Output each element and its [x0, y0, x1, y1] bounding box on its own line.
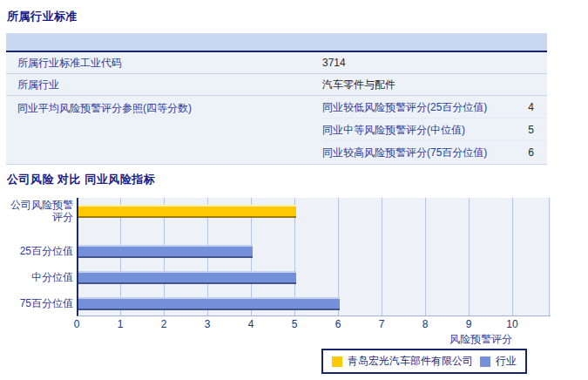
x-axis-tick: 7 — [379, 318, 385, 330]
x-axis-tick: 9 — [466, 318, 472, 330]
bar-industry-3 — [78, 297, 340, 310]
row-value: 汽车零件与配件 — [322, 74, 547, 95]
gridline — [549, 198, 550, 316]
company-color-swatch-icon — [332, 356, 342, 367]
subrow-value: 5 — [512, 119, 547, 140]
subrow-value: 6 — [512, 141, 547, 164]
x-axis-tick: 8 — [422, 318, 429, 330]
subrow-label: 同业较低风险预警评分(25百分位值) — [322, 96, 512, 118]
report-page: 所属行业标准 所属行业标准工业代码 3714 所属行业 汽车零件与配件 同业平均… — [0, 0, 588, 380]
table-row-peer-scores: 同业平均风险预警评分参照(四等分数) 同业较低风险预警评分(25百分位值) 4 … — [6, 96, 547, 165]
y-axis-label: 公司风险预警评分 — [5, 199, 73, 223]
gridline — [469, 198, 470, 316]
table-header-row — [6, 33, 547, 52]
subrow-value: 4 — [512, 96, 547, 118]
bar-industry-2 — [78, 271, 296, 284]
gridline — [425, 198, 426, 316]
table-row-sic-code: 所属行业标准工业代码 3714 — [6, 52, 547, 74]
peer-score-subtable: 同业较低风险预警评分(25百分位值) 4 同业中等风险预警评分(中位值) 5 同… — [322, 96, 547, 164]
subrow-label: 同业较高风险预警评分(75百分位值) — [322, 141, 512, 164]
subrow-median: 同业中等风险预警评分(中位值) 5 — [322, 119, 547, 141]
x-axis-tick: 5 — [292, 318, 298, 330]
x-axis-tick: 4 — [248, 318, 254, 330]
row-label: 所属行业 — [6, 74, 322, 95]
x-axis-title: 风险预警评分 — [399, 332, 512, 347]
chart-plot-area — [77, 198, 551, 316]
x-axis-tick: 10 — [506, 318, 517, 330]
industry-standards-table: 所属行业标准工业代码 3714 所属行业 汽车零件与配件 同业平均风险预警评分参… — [6, 33, 547, 165]
gridline — [512, 198, 513, 316]
y-axis-label: 中分位值 — [5, 271, 73, 283]
chart-legend: 青岛宏光汽车部件有限公司 行业 — [321, 349, 527, 374]
section-title-risk-comparison: 公司风险 对比 同业风险指标 — [7, 172, 155, 187]
bar-industry-1 — [78, 245, 253, 258]
x-axis-tick: 1 — [118, 318, 124, 330]
gridline — [382, 198, 382, 316]
bar-company — [78, 205, 296, 218]
subrow-25th-percentile: 同业较低风险预警评分(25百分位值) 4 — [322, 96, 547, 119]
subrow-75th-percentile: 同业较高风险预警评分(75百分位值) 6 — [322, 141, 547, 164]
industry-color-swatch-icon — [480, 356, 490, 367]
row-value: 3714 — [322, 52, 547, 73]
x-axis-tick: 2 — [161, 318, 167, 330]
row-label: 同业平均风险预警评分参照(四等分数) — [6, 96, 322, 164]
y-axis-label: 25百分位值 — [5, 245, 73, 257]
legend-label-company: 青岛宏光汽车部件有限公司 — [348, 354, 473, 369]
x-axis-tick: 0 — [74, 318, 80, 330]
legend-item-company: 青岛宏光汽车部件有限公司 — [332, 354, 473, 369]
table-row-industry: 所属行业 汽车零件与配件 — [6, 74, 547, 96]
row-label: 所属行业标准工业代码 — [6, 52, 322, 73]
y-axis-label: 75百分位值 — [5, 297, 73, 309]
subrow-label: 同业中等风险预警评分(中位值) — [322, 119, 512, 140]
section-title-industry-standards: 所属行业标准 — [7, 9, 78, 24]
legend-item-industry: 行业 — [480, 354, 517, 369]
legend-label-industry: 行业 — [496, 354, 517, 369]
x-axis-tick: 6 — [335, 318, 341, 330]
x-axis-tick: 3 — [205, 318, 211, 330]
